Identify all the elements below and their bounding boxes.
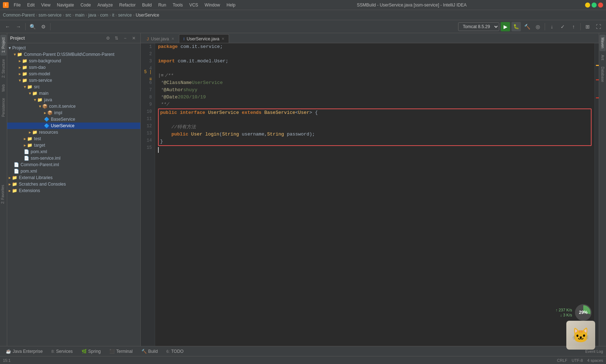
tree-item-target[interactable]: ▸ 📁 target xyxy=(7,142,140,148)
code-editor[interactable]: 1 2 3 4 5 |≡ 6 7 8 9 10 11 12 13 14 15 p… xyxy=(141,43,599,346)
menu-item-window[interactable]: Window xyxy=(202,2,223,8)
tree-label-19: pom.xml xyxy=(21,169,37,174)
close-panel-icon[interactable]: ✕ xyxy=(130,35,137,42)
breadcrumb-item-5[interactable]: com xyxy=(100,13,108,18)
menu-item-file[interactable]: File xyxy=(11,2,23,8)
breadcrumb-item-4[interactable]: java xyxy=(88,13,96,18)
back-button[interactable]: ← xyxy=(3,22,12,31)
toolbar-right: Tomcat 8.5.29 ▶ 🐛 🔨 ◎ ↓ ✓ ↑ ⊞ ⛶ xyxy=(458,22,603,31)
tree-item-ssm-background[interactable]: ▸ 📁 ssm-background xyxy=(7,58,140,64)
menu-item-tools[interactable]: Tools xyxy=(170,2,186,8)
folder-icon-15: ▸ 📁 xyxy=(24,143,32,148)
sidebar-tab-database[interactable]: Database xyxy=(600,64,606,85)
sidebar-tab-ant[interactable]: Ant xyxy=(600,52,606,63)
tab-userservice-close-icon[interactable]: ✕ xyxy=(221,37,224,41)
menu-item-vcs[interactable]: VCS xyxy=(186,2,201,8)
tree-item-main[interactable]: ▾ 📁 main xyxy=(7,90,140,97)
tree-item-impl[interactable]: ▸ 📦 impl xyxy=(7,110,140,116)
maximize-button[interactable]: □ xyxy=(592,3,597,8)
tree-item-common-parent[interactable]: ▾ 📁 Common-Parent D:\SSMBuild\Common-Par… xyxy=(7,51,140,58)
menu-item-build[interactable]: Build xyxy=(139,2,155,8)
tree-item-common-parent-iml[interactable]: 📄 Common-Parent.iml xyxy=(7,161,140,168)
status-encoding[interactable]: UTF-8 xyxy=(572,358,583,363)
status-encoding-section[interactable]: 15:1 xyxy=(3,358,10,363)
code-content[interactable]: package com.it.service; import com.it.mo… xyxy=(155,43,594,346)
menu-item-edit[interactable]: Edit xyxy=(24,2,38,8)
bottom-tool-terminal[interactable]: ⬛ Terminal xyxy=(106,348,135,355)
sort-icon[interactable]: ⇅ xyxy=(113,35,120,42)
sidebar-tab-project[interactable]: 1: Project xyxy=(0,35,6,56)
event-log-label[interactable]: Event Log xyxy=(585,349,603,354)
breadcrumb-item-1[interactable]: ssm-service xyxy=(39,13,62,18)
coverage-button[interactable]: ◎ xyxy=(533,22,543,31)
breadcrumb-item-8[interactable]: UserService xyxy=(136,13,159,18)
tree-item-java[interactable]: ▾ 📁 java xyxy=(7,97,140,103)
tab-user-close-icon[interactable]: ✕ xyxy=(171,37,174,41)
bottom-tool-spring[interactable]: 🌿 Spring xyxy=(79,348,104,355)
status-indent[interactable]: 4 spaces xyxy=(587,358,603,363)
tree-item-ssm-service[interactable]: ▾ 📁 ssm-service xyxy=(7,77,140,84)
tab-userservice-java[interactable]: I UserService.java ✕ xyxy=(179,34,229,43)
tree-item-extensions[interactable]: ▸ 📁 Extensions xyxy=(7,187,140,194)
tree-item-baseservice[interactable]: 🔷 BaseService xyxy=(7,116,140,123)
status-line-ending[interactable]: CRLF xyxy=(557,358,567,363)
tree-item-resources[interactable]: ▸ 📁 resources xyxy=(7,129,140,136)
fullscreen-button[interactable]: ⛶ xyxy=(594,22,603,31)
bottom-tool-java-enterprise[interactable]: ☕ Java Enterprise xyxy=(3,348,45,355)
search-button[interactable]: 🔍 xyxy=(28,22,37,31)
tree-item-pom-xml[interactable]: 📄 pom.xml xyxy=(7,168,140,174)
vcs-commit-button[interactable]: ✓ xyxy=(558,22,567,31)
breadcrumb-item-7[interactable]: service xyxy=(118,13,132,18)
tree-item-ssm-service-iml[interactable]: 📄 ssm-service.iml xyxy=(7,155,140,161)
bottom-tool-services[interactable]: 8: Services xyxy=(48,348,75,355)
sidebar-tab-maven[interactable]: Maven xyxy=(600,35,606,51)
tab-user-java[interactable]: J User.java ✕ xyxy=(142,34,179,43)
services-label: Services xyxy=(56,349,73,354)
terminal-button[interactable]: ⊞ xyxy=(583,22,592,31)
debug-button[interactable]: 🐛 xyxy=(511,22,521,31)
bottom-tool-build[interactable]: 🔨 Build xyxy=(139,348,161,355)
tree-item-ssm-dao[interactable]: ▸ 📁 ssm-dao xyxy=(7,64,140,71)
tree-item-ssm-model[interactable]: ▸ 📁 ssm-model xyxy=(7,71,140,77)
tree-item-test[interactable]: ▸ 📁 test xyxy=(7,136,140,142)
sidebar-tab-structure[interactable]: 2: Structure xyxy=(0,56,6,81)
breadcrumb-item-2[interactable]: src xyxy=(65,13,71,18)
tree-item-external-libraries[interactable]: ▸ 📁 External Libraries xyxy=(7,174,140,181)
folder-icon-22: ▸ 📁 xyxy=(9,188,17,193)
minimize-button[interactable]: − xyxy=(585,3,590,8)
main-layout: 1: Project 2: Structure Web Persistence … xyxy=(0,33,606,346)
tree-item-com-it-service[interactable]: ▾ 📦 com.it.service xyxy=(7,103,140,110)
tree-item-pom-xml[interactable]: 📄 pom.xml xyxy=(7,148,140,155)
menu-item-run[interactable]: Run xyxy=(155,2,169,8)
menu-item-help[interactable]: Help xyxy=(224,2,238,8)
tree-item-src[interactable]: ▾ 📁 src xyxy=(7,84,140,90)
settings-button[interactable]: ⚙ xyxy=(39,22,48,31)
menu-item-analyze[interactable]: Analyze xyxy=(95,2,116,8)
project-panel: Project ⚙ ⇅ − ✕ ▾ Project▾ 📁 Common-Pare… xyxy=(7,33,141,346)
close-button[interactable]: ✕ xyxy=(598,3,603,8)
sidebar-tab-web[interactable]: Web xyxy=(0,81,6,94)
menu-item-code[interactable]: Code xyxy=(78,2,94,8)
vcs-update-button[interactable]: ↓ xyxy=(547,22,557,31)
build-button[interactable]: 🔨 xyxy=(522,22,532,31)
tree-item-userservice[interactable]: 🔷 UserService xyxy=(7,123,140,129)
run-button[interactable]: ▶ xyxy=(501,22,510,31)
forward-button[interactable]: → xyxy=(14,22,23,31)
menu-item-refactor[interactable]: Refactor xyxy=(117,2,139,8)
gear-icon[interactable]: ⚙ xyxy=(104,35,111,42)
sidebar-tab-favorites[interactable]: 2: Favorites xyxy=(0,182,5,207)
menu-item-view[interactable]: View xyxy=(38,2,53,8)
sidebar-tab-persistence[interactable]: Persistence xyxy=(0,95,6,120)
breadcrumb-item-3[interactable]: main xyxy=(75,13,84,18)
menu-item-navigate[interactable]: Navigate xyxy=(54,2,77,8)
todo-label: TODO xyxy=(171,349,184,354)
breadcrumb-item-0[interactable]: Common-Parent xyxy=(3,13,35,18)
tree-item-project[interactable]: ▾ Project xyxy=(7,45,140,51)
vcs-push-button[interactable]: ↑ xyxy=(569,22,578,31)
right-scrollbar-gutter[interactable] xyxy=(594,43,599,346)
run-config-selector[interactable]: Tomcat 8.5.29 xyxy=(458,22,499,31)
collapse-icon[interactable]: − xyxy=(122,35,129,42)
status-bar: 15:1 CRLF UTF-8 4 spaces xyxy=(0,356,606,364)
tree-item-scratches-and-consoles[interactable]: ▸ 📁 Scratches and Consoles xyxy=(7,181,140,187)
bottom-tool-todo[interactable]: 6: TODO xyxy=(163,348,186,355)
